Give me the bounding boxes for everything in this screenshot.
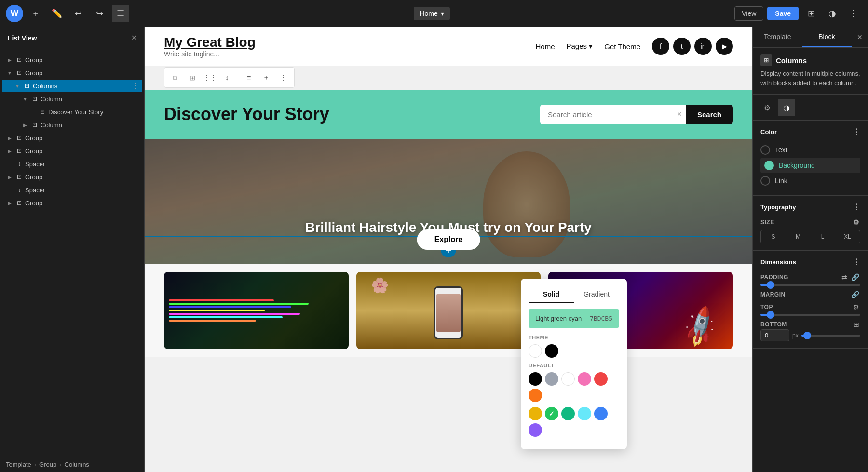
padding-reset-icon[interactable]: ⇄ xyxy=(841,272,848,282)
breadcrumb-template[interactable]: Template xyxy=(6,461,31,468)
default-colors-row-2 xyxy=(529,407,619,437)
redo-button[interactable]: ↪ xyxy=(91,5,108,22)
default-color-blue[interactable] xyxy=(594,407,608,420)
theme-color-white[interactable] xyxy=(529,344,542,358)
spacer-icon-2: ↕ xyxy=(15,186,23,194)
bottom-expand-icon[interactable]: ⊞ xyxy=(853,320,860,329)
page-selector[interactable]: Home ▾ xyxy=(414,7,449,20)
right-panel-close-button[interactable]: × xyxy=(852,28,868,46)
search-input[interactable] xyxy=(540,105,674,124)
color-text-row[interactable]: Text xyxy=(760,142,860,158)
bottom-slider-thumb[interactable] xyxy=(803,332,811,339)
list-view-button[interactable]: ☰ xyxy=(112,5,129,22)
size-settings-icon[interactable]: ⚙ xyxy=(852,217,861,227)
wp-logo[interactable]: W xyxy=(6,5,23,22)
tree-item-columns[interactable]: ▼ ⊞ Columns ⋮ xyxy=(2,80,142,92)
youtube-icon[interactable]: ▶ xyxy=(716,38,733,55)
tree-item-group-2[interactable]: ▼ ⊡ Group xyxy=(2,67,142,79)
theme-toggle-button[interactable]: ◑ xyxy=(824,5,841,22)
size-xl[interactable]: XL xyxy=(835,230,860,243)
color-options-icon[interactable]: ⋮ xyxy=(853,127,860,136)
edit-button[interactable]: ✏️ xyxy=(48,5,66,22)
add-block-button[interactable]: ＋ xyxy=(27,5,44,22)
typography-options-icon[interactable]: ⋮ xyxy=(853,202,860,212)
facebook-icon[interactable]: f xyxy=(652,38,669,55)
left-panel-close[interactable]: × xyxy=(131,33,136,43)
move-up-down-button[interactable]: ↕ xyxy=(219,70,235,85)
tree-item-column-2[interactable]: ▶ ⊡ Column xyxy=(2,119,142,131)
theme-color-black[interactable] xyxy=(545,344,558,358)
tree-item-spacer-1[interactable]: ↕ Spacer xyxy=(2,158,142,170)
twitter-icon[interactable]: t xyxy=(673,38,691,55)
padding-slider[interactable] xyxy=(760,284,860,286)
size-l[interactable]: L xyxy=(811,230,835,243)
color-background-row[interactable]: Background xyxy=(760,158,860,173)
canvas-area[interactable]: My Great Blog Write site tagline... Home… xyxy=(145,27,752,472)
search-clear-button[interactable]: × xyxy=(674,110,686,119)
tree-item-heading[interactable]: ⊟ Discover Your Story xyxy=(2,106,142,118)
columns-layout-button[interactable]: ⊞ xyxy=(185,70,200,85)
default-color-purple[interactable] xyxy=(529,423,542,437)
instagram-icon[interactable]: in xyxy=(694,38,712,55)
bottom-slider[interactable] xyxy=(801,335,860,337)
default-color-black[interactable] xyxy=(529,372,542,386)
breadcrumb-columns[interactable]: Columns xyxy=(65,461,89,468)
tree-item-group-1[interactable]: ▶ ⊡ Group xyxy=(2,54,142,66)
default-color-red[interactable] xyxy=(594,372,608,386)
save-button[interactable]: Save xyxy=(767,7,799,20)
more-options-btn[interactable]: ⋮ xyxy=(276,70,291,85)
typography-section-title: Typography ⋮ xyxy=(760,202,860,212)
default-color-white[interactable] xyxy=(561,372,575,386)
default-color-gray[interactable] xyxy=(545,372,558,386)
default-label: DEFAULT xyxy=(529,363,619,368)
padding-slider-thumb[interactable] xyxy=(767,281,774,289)
settings-tab-button[interactable]: ⚙ xyxy=(759,99,776,116)
breadcrumb-group[interactable]: Group xyxy=(39,461,56,468)
block-options-icon[interactable]: ⋮ xyxy=(132,82,138,90)
default-color-orange[interactable] xyxy=(529,389,542,402)
tree-item-group-6[interactable]: ▶ ⊡ Group xyxy=(2,197,142,209)
post-card-1[interactable] xyxy=(164,272,349,349)
duplicate-button[interactable]: ⧉ xyxy=(167,70,183,85)
settings-icon[interactable]: ⊞ xyxy=(802,5,820,22)
dimensions-options-icon[interactable]: ⋮ xyxy=(853,257,860,267)
top-slider[interactable] xyxy=(760,314,860,316)
add-button[interactable]: ＋ xyxy=(258,70,274,85)
tree-item-group-5[interactable]: ▶ ⊡ Group xyxy=(2,171,142,183)
bottom-value-input[interactable] xyxy=(760,329,789,341)
top-slider-thumb[interactable] xyxy=(767,311,774,319)
padding-link-icon[interactable]: 🔗 xyxy=(850,272,860,282)
default-color-yellow[interactable] xyxy=(529,407,542,420)
tree-item-group-4[interactable]: ▶ ⊡ Group xyxy=(2,145,142,157)
size-m[interactable]: M xyxy=(786,230,810,243)
tree-item-column-1[interactable]: ▼ ⊡ Column xyxy=(2,93,142,105)
nav-pages[interactable]: Pages xyxy=(567,42,593,51)
default-color-pink[interactable] xyxy=(578,372,591,386)
align-button[interactable]: ≡ xyxy=(241,70,257,85)
default-color-green-check[interactable] xyxy=(545,407,558,420)
default-color-emerald[interactable] xyxy=(561,407,575,420)
tab-template[interactable]: Template xyxy=(753,27,802,47)
tree-item-spacer-2[interactable]: ↕ Spacer xyxy=(2,184,142,196)
default-color-cyan[interactable] xyxy=(578,407,591,420)
undo-button[interactable]: ↩ xyxy=(69,5,87,22)
tree-item-group-3[interactable]: ▶ ⊡ Group xyxy=(2,132,142,144)
nav-home[interactable]: Home xyxy=(536,42,555,51)
margin-link-icon[interactable]: 🔗 xyxy=(850,290,860,299)
bg-color-dot xyxy=(764,161,774,170)
color-preview: Light green cyan 7BDCB5 xyxy=(529,309,619,328)
solid-tab[interactable]: Solid xyxy=(529,286,574,303)
gradient-tab[interactable]: Gradient xyxy=(574,286,619,303)
view-button[interactable]: View xyxy=(734,6,763,21)
explore-button[interactable]: Explore xyxy=(417,229,480,250)
post-card-2[interactable]: 🌸 xyxy=(356,272,541,349)
more-options-button[interactable]: ⋮ xyxy=(845,5,862,22)
color-link-row[interactable]: Link xyxy=(760,173,860,189)
tab-block[interactable]: Block xyxy=(802,27,851,47)
nav-get-theme[interactable]: Get Theme xyxy=(604,42,640,51)
styles-tab-button[interactable]: ◑ xyxy=(778,99,795,116)
top-settings-icon[interactable]: ⚙ xyxy=(852,302,860,312)
search-submit-button[interactable]: Search xyxy=(686,105,733,124)
drag-handle[interactable]: ⋮⋮ xyxy=(202,70,217,85)
size-s[interactable]: S xyxy=(761,230,786,243)
